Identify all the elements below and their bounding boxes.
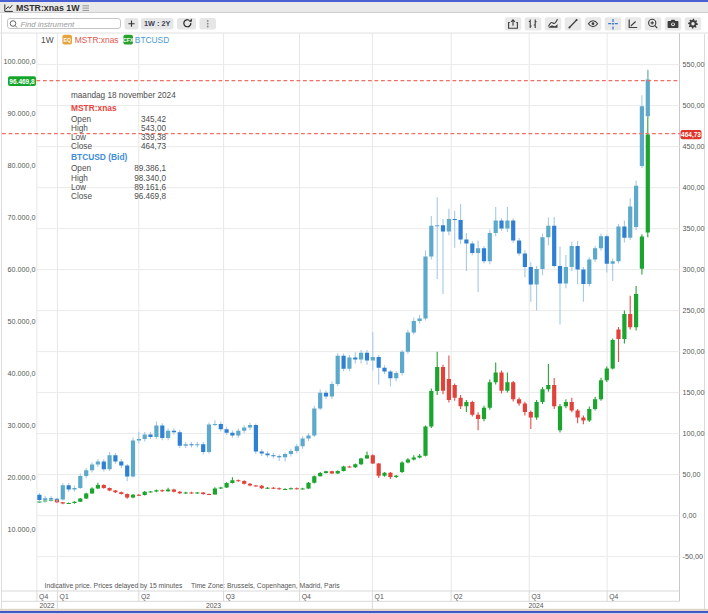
svg-text:-50,00: -50,00 <box>683 552 703 561</box>
svg-text:1W: 1W <box>41 35 54 45</box>
svg-text:Q1: Q1 <box>375 593 384 601</box>
svg-text:89.386,1: 89.386,1 <box>134 164 166 173</box>
svg-text:BTCUSD: BTCUSD <box>135 35 169 45</box>
svg-text:Q2: Q2 <box>141 593 150 601</box>
svg-text:Close: Close <box>71 142 92 151</box>
svg-text:200,00: 200,00 <box>683 347 705 356</box>
svg-text:464,73: 464,73 <box>141 142 166 151</box>
svg-text:89.161,6: 89.161,6 <box>134 183 166 192</box>
svg-text:250,00: 250,00 <box>683 306 705 315</box>
svg-text:100.000,0: 100.000,0 <box>4 57 36 66</box>
svg-text:Q4: Q4 <box>302 593 311 601</box>
svg-text:maandag 18 november 2024: maandag 18 november 2024 <box>71 91 176 100</box>
svg-text:400,00: 400,00 <box>683 183 705 192</box>
svg-text:High: High <box>71 174 88 183</box>
svg-text:90.000,0: 90.000,0 <box>8 109 36 118</box>
svg-text:Q3: Q3 <box>226 593 235 601</box>
svg-text:500,00: 500,00 <box>683 101 705 110</box>
svg-text:MSTR:xnas: MSTR:xnas <box>71 103 117 113</box>
svg-text:70.000,0: 70.000,0 <box>8 213 36 222</box>
svg-text:98.340,0: 98.340,0 <box>134 174 166 183</box>
svg-text:CFX: CFX <box>123 37 134 43</box>
svg-text:Low: Low <box>71 183 86 192</box>
svg-text:10.000,0: 10.000,0 <box>8 525 36 534</box>
svg-text:80.000,0: 80.000,0 <box>8 161 36 170</box>
svg-text:EQ: EQ <box>63 37 71 43</box>
svg-text:Q4: Q4 <box>39 593 48 601</box>
svg-text:Open: Open <box>71 164 91 173</box>
svg-text:0,00: 0,00 <box>683 511 697 520</box>
svg-text:60.000,0: 60.000,0 <box>8 265 36 274</box>
svg-text:30.000,0: 30.000,0 <box>8 421 36 430</box>
svg-text:MSTR:xnas: MSTR:xnas <box>75 35 119 45</box>
svg-text:Q3: Q3 <box>531 593 540 601</box>
svg-text:100,00: 100,00 <box>683 429 705 438</box>
svg-text:50,00: 50,00 <box>683 470 701 479</box>
svg-text:Q4: Q4 <box>609 593 618 601</box>
svg-text:Q1: Q1 <box>60 593 69 601</box>
svg-text:Low: Low <box>71 133 86 142</box>
svg-text:2023: 2023 <box>206 602 221 609</box>
svg-text:20.000,0: 20.000,0 <box>8 473 36 482</box>
svg-text:339,38: 339,38 <box>141 133 166 142</box>
svg-text:2024: 2024 <box>528 602 543 609</box>
svg-text:464,73: 464,73 <box>681 131 701 139</box>
svg-text:2022: 2022 <box>39 602 54 609</box>
svg-text:Time Zone: Brussels, Copenhage: Time Zone: Brussels, Copenhagen, Madrid,… <box>191 582 340 590</box>
svg-text:High: High <box>71 124 88 133</box>
svg-text:Open: Open <box>71 115 91 124</box>
svg-text:96.469,8: 96.469,8 <box>9 78 35 86</box>
svg-text:Close: Close <box>71 192 92 201</box>
svg-text:300,00: 300,00 <box>683 265 705 274</box>
svg-text:150,00: 150,00 <box>683 388 705 397</box>
svg-text:40.000,0: 40.000,0 <box>8 369 36 378</box>
svg-text:550,00: 550,00 <box>683 60 705 69</box>
svg-text:543,00: 543,00 <box>141 124 166 133</box>
svg-text:345,42: 345,42 <box>141 115 166 124</box>
svg-text:Indicative price. Prices delay: Indicative price. Prices delayed by 15 m… <box>45 582 183 590</box>
svg-text:450,00: 450,00 <box>683 142 705 151</box>
svg-text:50.000,0: 50.000,0 <box>8 317 36 326</box>
svg-text:96.469,8: 96.469,8 <box>134 192 166 201</box>
svg-text:350,00: 350,00 <box>683 224 705 233</box>
svg-text:Q2: Q2 <box>453 593 462 601</box>
svg-text:BTCUSD (Bid): BTCUSD (Bid) <box>71 152 128 162</box>
